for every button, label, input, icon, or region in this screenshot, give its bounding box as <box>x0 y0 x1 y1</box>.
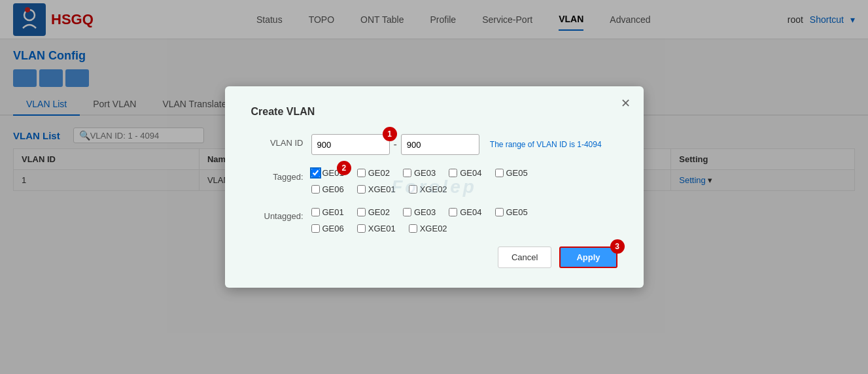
tagged-ge05-label: GE05 <box>506 168 528 178</box>
tagged-ge05-checkbox[interactable] <box>495 169 504 177</box>
tagged-ge02-checkbox[interactable] <box>357 169 366 177</box>
close-button[interactable]: ✕ <box>621 96 631 110</box>
vlan-id-label: VLAN ID <box>251 134 304 148</box>
untagged-xge01-label: XGE01 <box>368 224 396 233</box>
untagged-ge03-item[interactable]: GE03 <box>403 207 436 217</box>
untagged-label: Untagged: <box>251 207 304 221</box>
tagged-ge01-wrapper: GE01 2 <box>311 168 344 178</box>
tagged-ge03-label: GE03 <box>414 168 436 178</box>
vlan-id-to-input[interactable] <box>401 134 479 155</box>
untagged-ge01-label: GE01 <box>322 207 344 217</box>
tagged-xge02-checkbox[interactable] <box>409 185 417 194</box>
untagged-ge02-checkbox[interactable] <box>357 208 366 216</box>
untagged-ge01-checkbox[interactable] <box>311 208 320 216</box>
tagged-ports-grid-row2: GE06 XGE01 XGE02 <box>311 184 528 194</box>
tagged-ge04-checkbox[interactable] <box>449 169 457 177</box>
tagged-ge01-checkbox[interactable] <box>311 169 320 177</box>
vlan-id-inputs: 1 - The range of VLAN ID is 1-4094 <box>311 134 602 155</box>
untagged-ge06-label: GE06 <box>322 224 344 233</box>
step-badge-2: 2 <box>337 161 351 175</box>
untagged-ge05-label: GE05 <box>506 207 528 217</box>
tagged-ge02-label: GE02 <box>368 168 390 178</box>
tagged-ge05-item[interactable]: GE05 <box>495 168 528 178</box>
tagged-ports-grid-row1: GE01 2 GE02 GE03 GE04 <box>311 168 528 178</box>
tagged-ports: GE01 2 GE02 GE03 GE04 <box>311 168 528 194</box>
tagged-xge01-item[interactable]: XGE01 <box>357 184 396 194</box>
modal-overlay: Create VLAN ✕ VLAN ID 1 - The range of V… <box>0 0 868 374</box>
apply-button-wrapper: Apply 3 <box>559 246 617 268</box>
tagged-ge06-label: GE06 <box>322 184 344 194</box>
tagged-xge02-label: XGE02 <box>420 184 447 194</box>
untagged-ge04-label: GE04 <box>460 207 481 217</box>
tagged-ge04-label: GE04 <box>460 168 481 178</box>
untagged-ge04-checkbox[interactable] <box>449 208 457 216</box>
untagged-ge06-checkbox[interactable] <box>311 224 320 233</box>
untagged-xge02-item[interactable]: XGE02 <box>409 224 447 233</box>
step-badge-3: 3 <box>610 239 625 254</box>
untagged-ge05-checkbox[interactable] <box>495 208 504 216</box>
dialog-title: Create VLAN <box>251 106 617 118</box>
vlan-id-row: VLAN ID 1 - The range of VLAN ID is 1-40… <box>251 134 617 155</box>
tagged-ge02-item[interactable]: GE02 <box>357 168 390 178</box>
step-badge-1: 1 <box>383 127 397 141</box>
untagged-row: Untagged: GE01 GE02 GE03 <box>251 207 617 233</box>
untagged-ge05-item[interactable]: GE05 <box>495 207 528 217</box>
untagged-ge03-label: GE03 <box>414 207 436 217</box>
untagged-ge01-item[interactable]: GE01 <box>311 207 344 217</box>
tagged-xge01-checkbox[interactable] <box>357 185 366 194</box>
tagged-xge01-label: XGE01 <box>368 184 396 194</box>
tagged-ge06-checkbox[interactable] <box>311 185 320 194</box>
cancel-button[interactable]: Cancel <box>498 246 551 268</box>
untagged-xge02-label: XGE02 <box>420 224 447 233</box>
tagged-label: Tagged: <box>251 168 304 182</box>
tagged-ge03-checkbox[interactable] <box>403 169 411 177</box>
tagged-ge03-item[interactable]: GE03 <box>403 168 436 178</box>
apply-button[interactable]: Apply <box>559 246 617 268</box>
untagged-ports-grid-row2: GE06 XGE01 XGE02 <box>311 224 528 233</box>
untagged-ge02-item[interactable]: GE02 <box>357 207 390 217</box>
tagged-ge06-item[interactable]: GE06 <box>311 184 344 194</box>
vlan-separator: - <box>394 139 397 150</box>
untagged-ge03-checkbox[interactable] <box>403 208 411 216</box>
untagged-xge01-item[interactable]: XGE01 <box>357 224 396 233</box>
untagged-ports-grid-row1: GE01 GE02 GE03 GE04 <box>311 207 528 217</box>
untagged-xge01-checkbox[interactable] <box>357 224 366 233</box>
untagged-ports: GE01 GE02 GE03 GE04 <box>311 207 528 233</box>
dialog-buttons: Cancel Apply 3 <box>251 246 617 268</box>
tagged-row: Tagged: GE01 2 GE02 <box>251 168 617 194</box>
vlan-hint: The range of VLAN ID is 1-4094 <box>490 140 602 149</box>
vlan-id-from-input[interactable] <box>311 134 390 155</box>
untagged-xge02-checkbox[interactable] <box>409 224 417 233</box>
untagged-ge02-label: GE02 <box>368 207 390 217</box>
untagged-ge06-item[interactable]: GE06 <box>311 224 344 233</box>
tagged-ge04-item[interactable]: GE04 <box>449 168 481 178</box>
untagged-ge04-item[interactable]: GE04 <box>449 207 481 217</box>
vlan-id-from-wrapper: 1 <box>311 134 390 155</box>
create-vlan-dialog: Create VLAN ✕ VLAN ID 1 - The range of V… <box>225 86 644 288</box>
tagged-xge02-item[interactable]: XGE02 <box>409 184 447 194</box>
